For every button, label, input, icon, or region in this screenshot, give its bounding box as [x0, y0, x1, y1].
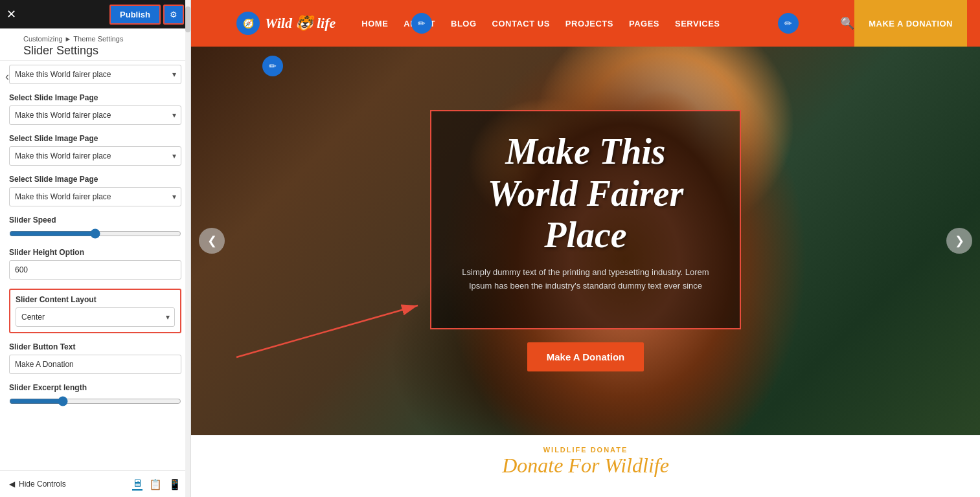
- hero-subtitle: Lsimply dummy text of the printing and t…: [457, 266, 714, 293]
- slider-button-text-input[interactable]: [9, 355, 181, 374]
- bottom-title: Donate For Wildlife: [191, 454, 980, 478]
- hero-prev-button[interactable]: ❮: [199, 228, 225, 254]
- desktop-icon[interactable]: 🖥: [132, 478, 142, 491]
- section-label-3: Select Slide Image Page: [9, 175, 181, 184]
- hide-controls-icon: ◀: [9, 480, 15, 489]
- nav-blog[interactable]: BLOG: [451, 19, 477, 28]
- customizer-panel: ✕ Publish ⚙ ‹ Customizing ► Theme Settin…: [0, 0, 191, 497]
- navbar: ✏ 🧭 Wild 🐯 life ✏ HOME ABOUT BLOG CONTAC…: [191, 0, 980, 47]
- hero-next-button[interactable]: ❯: [946, 228, 972, 254]
- slide-select-input-0[interactable]: Make this World fairer place: [9, 65, 181, 84]
- slide-select-input-1[interactable]: Make this World fairer place: [9, 105, 181, 125]
- panel-title: Slider Settings: [23, 44, 181, 58]
- tablet-icon[interactable]: 📋: [149, 478, 162, 491]
- slider-excerpt-label: Slider Excerpt length: [9, 383, 181, 392]
- scrollbar[interactable]: [185, 0, 190, 497]
- slide-select-0[interactable]: Make this World fairer place: [9, 65, 181, 84]
- mobile-icon[interactable]: 📱: [168, 478, 181, 491]
- navbar-logo: Wild 🐯 life: [265, 15, 336, 32]
- slider-content-layout-section: Slider Content Layout Center Left Right: [9, 289, 181, 333]
- hero-content-box: Make This World Fairer Place Lsimply dum…: [430, 110, 741, 329]
- edit-logo-icon[interactable]: ✏: [411, 13, 432, 34]
- device-icons: 🖥 📋 📱: [132, 478, 181, 491]
- slider-speed-section: Slider Speed: [9, 215, 181, 239]
- nav-links: HOME ABOUT BLOG CONTACT US PROJECTS PAGE…: [361, 19, 840, 28]
- slider-excerpt-row: [9, 396, 181, 406]
- slider-excerpt-input[interactable]: [9, 396, 181, 406]
- slider-content-layout-label: Slider Content Layout: [16, 295, 175, 304]
- slider-button-text-label: Slider Button Text: [9, 342, 181, 351]
- slide-select-1[interactable]: Make this World fairer place: [9, 105, 181, 125]
- hero-content: Make This World Fairer Place Lsimply dum…: [404, 91, 767, 391]
- breadcrumb: Customizing ► Theme Settings Slider Sett…: [0, 28, 190, 61]
- slider-speed-input[interactable]: [9, 228, 181, 239]
- slider-speed-row: [9, 228, 181, 239]
- nav-pages[interactable]: PAGES: [629, 19, 659, 28]
- dropdown-section-0: Make this World fairer place: [9, 65, 181, 84]
- make-donation-nav-button[interactable]: MAKE A DONATION: [854, 0, 967, 47]
- slider-height-input[interactable]: [9, 260, 181, 280]
- edit-nav-icon[interactable]: ✏: [778, 13, 799, 34]
- publish-area: Publish ⚙: [109, 5, 184, 25]
- search-icon[interactable]: 🔍: [840, 16, 854, 30]
- section-label-2: Select Slide Image Page: [9, 134, 181, 143]
- slide-select-2[interactable]: Make this World fairer place: [9, 146, 181, 166]
- edit-slider-icon[interactable]: ✏: [262, 56, 283, 76]
- slide-select-3[interactable]: Make this World fairer place: [9, 187, 181, 206]
- slider-speed-label: Slider Speed: [9, 215, 181, 225]
- nav-home[interactable]: HOME: [361, 19, 388, 28]
- hero-donation-button[interactable]: Make A Donation: [527, 342, 644, 371]
- hide-controls-label: Hide Controls: [19, 480, 66, 489]
- section-label-1: Select Slide Image Page: [9, 93, 181, 102]
- breadcrumb-text: Customizing ► Theme Settings: [23, 35, 181, 43]
- dropdown-section-1: Select Slide Image Page Make this World …: [9, 93, 181, 125]
- nav-services[interactable]: SERVICES: [675, 19, 720, 28]
- publish-button[interactable]: Publish: [109, 5, 161, 25]
- hide-controls-button[interactable]: ◀ Hide Controls: [9, 480, 66, 489]
- nav-right: 🔍: [840, 16, 854, 30]
- bottom-section: WILDLIFE DONATE Donate For Wildlife: [191, 435, 980, 488]
- hero-slider: ✏ ❮ ❯ Make This World Fairer Place Lsimp…: [191, 47, 980, 435]
- dropdown-section-3: Select Slide Image Page Make this World …: [9, 175, 181, 206]
- slider-content-layout-select[interactable]: Center Left Right: [16, 307, 175, 327]
- slide-select-input-2[interactable]: Make this World fairer place: [9, 146, 181, 166]
- hero-title: Make This World Fairer Place: [457, 131, 714, 256]
- slider-height-label: Slider Height Option: [9, 248, 181, 257]
- scrollbar-thumb: [185, 6, 190, 32]
- top-bar: ✕ Publish ⚙: [0, 0, 190, 28]
- panel-footer: ◀ Hide Controls 🖥 📋 📱: [0, 470, 190, 497]
- bottom-label: WILDLIFE DONATE: [191, 446, 980, 454]
- panel-content: Make this World fairer place Select Slid…: [0, 61, 190, 470]
- close-button[interactable]: ✕: [6, 7, 16, 21]
- slider-content-layout-input[interactable]: Center Left Right: [16, 307, 175, 327]
- slide-select-input-3[interactable]: Make this World fairer place: [9, 187, 181, 206]
- logo-icon: 🧭: [236, 12, 260, 35]
- gear-button[interactable]: ⚙: [163, 5, 184, 25]
- dropdown-section-2: Select Slide Image Page Make this World …: [9, 134, 181, 166]
- nav-contact[interactable]: CONTACT US: [492, 19, 550, 28]
- website-preview: ✏ 🧭 Wild 🐯 life ✏ HOME ABOUT BLOG CONTAC…: [191, 0, 980, 497]
- slider-button-text-section: Slider Button Text: [9, 342, 181, 374]
- slider-excerpt-section: Slider Excerpt length: [9, 383, 181, 406]
- nav-projects[interactable]: PROJECTS: [565, 19, 613, 28]
- slider-height-section: Slider Height Option: [9, 248, 181, 280]
